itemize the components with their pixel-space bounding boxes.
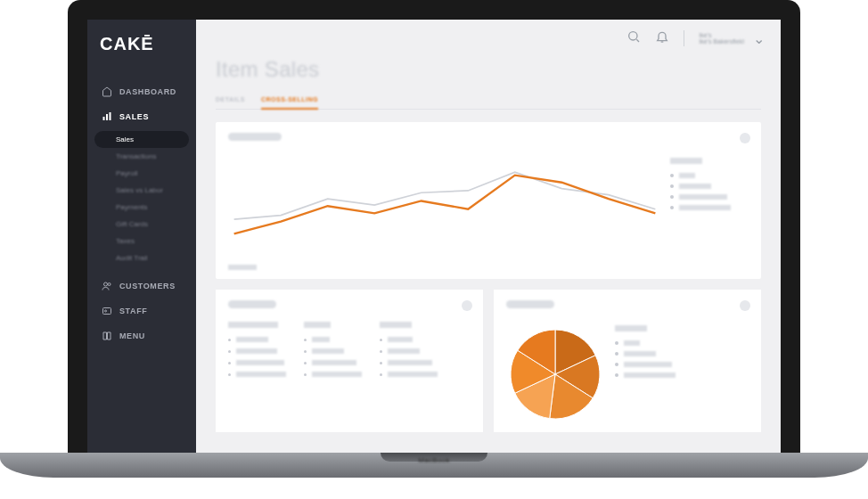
account-line2: Ike's Bakersfield [699,38,744,45]
sidebar-item-customers[interactable]: CUSTOMERS [87,274,196,299]
table-columns [228,322,471,383]
topbar: Ike's Ike's Bakersfield ⌄ [196,20,781,57]
sidebar-item-menu[interactable]: MENU [87,323,196,348]
card-title [506,300,554,308]
legend-item [670,194,749,200]
line-chart-legend [670,154,749,268]
sidebar-item-label: CUSTOMERS [119,282,176,290]
svg-rect-2 [110,112,111,120]
page-title: Item Sales [216,57,761,82]
book-icon [102,331,112,341]
sidebar-item-sales[interactable]: SALES [87,104,196,129]
svg-point-4 [108,283,111,286]
sub-item-transactions[interactable]: Transactions [87,148,196,165]
tabs: DETAILS CROSS-SELLING [216,91,761,110]
card-title [228,300,276,308]
sidebar: CAKĒ DASHBOARD SALES Sales Transactions [87,20,196,453]
sidebar-item-staff[interactable]: STAFF [87,299,196,323]
sidebar-item-dashboard[interactable]: DASHBOARD [87,79,196,104]
search-icon[interactable] [626,29,641,47]
bell-icon[interactable] [655,29,669,47]
sidebar-item-label: SALES [119,112,149,121]
line-chart-card [216,122,761,279]
main: Ike's Ike's Bakersfield ⌄ Item Sales DET… [196,20,781,453]
legend-item [670,184,749,189]
legend-item [615,372,693,378]
sidebar-item-label: STAFF [119,307,147,315]
account-dropdown[interactable]: Ike's Ike's Bakersfield ⌄ [699,30,765,47]
card-menu-icon[interactable] [462,300,472,311]
legend-title [615,325,647,331]
sidebar-item-label: DASHBOARD [119,87,176,96]
pie-chart [506,325,604,423]
line-chart [228,154,661,268]
svg-point-7 [629,32,637,40]
card-menu-icon[interactable] [740,133,750,143]
tab-details[interactable]: DETAILS [216,91,245,109]
laptop-brand: MacBook [418,456,449,464]
sidebar-item-label: MENU [119,331,145,340]
legend-item [670,205,749,210]
table-card [216,290,483,432]
tab-cross-selling[interactable]: CROSS-SELLING [261,91,318,110]
svg-point-3 [104,282,108,286]
home-icon [102,86,112,97]
page-head: Item Sales DETAILS CROSS-SELLING [196,57,781,110]
sub-item-payroll[interactable]: Payroll [87,165,196,182]
axis-label [228,265,257,270]
pie-card [494,290,761,432]
table-column [380,322,438,383]
legend-title [670,158,702,164]
sub-item-sales-vs-labor[interactable]: Sales vs Labor [87,182,196,199]
id-icon [102,306,112,316]
svg-rect-1 [106,114,108,120]
bar-chart-icon [102,111,112,122]
sub-item-gift-cards[interactable]: Gift Cards [87,216,196,233]
svg-point-6 [105,310,107,312]
brand-logo: CAKĒ [87,20,196,79]
svg-rect-0 [103,117,105,120]
screen: CAKĒ DASHBOARD SALES Sales Transactions [87,20,781,453]
chevron-down-icon: ⌄ [753,30,765,47]
sub-item-sales[interactable]: Sales [94,131,189,148]
sub-item-audit-trail[interactable]: Audit Trail [87,250,196,266]
row-2 [216,290,761,432]
table-column [304,322,362,383]
card-title [228,133,282,141]
pie-legend [615,322,693,383]
legend-item [615,351,693,356]
separator [684,30,684,46]
sub-item-payments[interactable]: Payments [87,199,196,216]
users-icon [102,281,112,291]
sales-subitems: Sales Transactions Payroll Sales vs Labo… [87,129,196,274]
legend-item [670,173,749,178]
account-line1: Ike's [699,32,744,38]
content [196,110,781,453]
sub-item-taxes[interactable]: Taxes [87,233,196,250]
table-column [228,322,286,383]
legend-item [615,362,693,367]
screen-bezel: CAKĒ DASHBOARD SALES Sales Transactions [68,0,800,453]
card-menu-icon[interactable] [740,300,750,311]
legend-item [615,340,693,346]
laptop-frame: CAKĒ DASHBOARD SALES Sales Transactions [0,0,868,499]
